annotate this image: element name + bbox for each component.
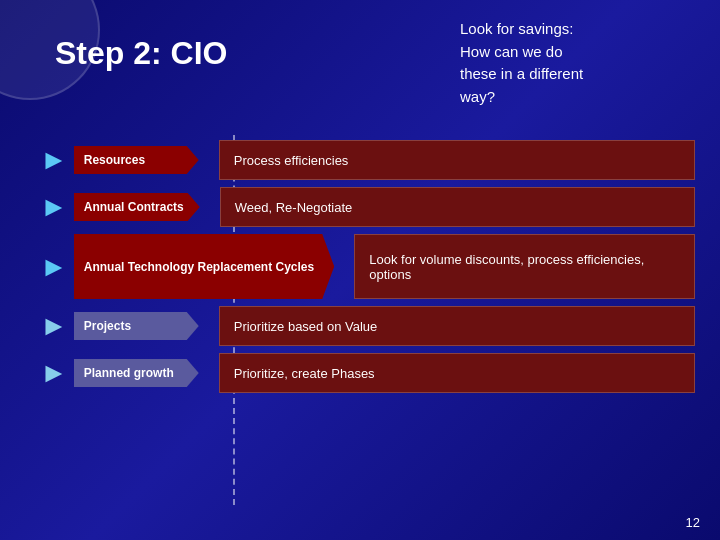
row-annual-tech: ► Annual Technology Replacement Cycles L… (40, 234, 695, 299)
value-annual-contracts: Weed, Re-Negotiate (220, 187, 695, 227)
row-resources: ► Resources Process efficiencies (40, 140, 695, 180)
row-projects: ► Projects Prioritize based on Value (40, 306, 695, 346)
look-for-savings-line3: these in a different (460, 65, 583, 82)
slide: Step 2: CIO Look for savings: How can we… (0, 0, 720, 540)
content-area: ► Resources Process efficiencies ► Annua… (40, 140, 695, 400)
row-planned-growth: ► Planned growth Prioritize, create Phas… (40, 353, 695, 393)
arrow-icon-planned-growth: ► (40, 359, 68, 387)
row-annual-contracts: ► Annual Contracts Weed, Re-Negotiate (40, 187, 695, 227)
page-number: 12 (686, 515, 700, 530)
look-for-savings-line1: Look for savings: (460, 20, 573, 37)
label-projects: Projects (74, 312, 199, 340)
label-resources: Resources (74, 146, 199, 174)
step-title: Step 2: CIO (55, 35, 227, 72)
label-annual-contracts: Annual Contracts (74, 193, 200, 221)
arrow-icon-resources: ► (40, 146, 68, 174)
value-annual-tech: Look for volume discounts, process effic… (354, 234, 695, 299)
label-annual-tech: Annual Technology Replacement Cycles (74, 234, 335, 299)
arrow-icon-annual-contracts: ► (40, 193, 68, 221)
value-planned-growth: Prioritize, create Phases (219, 353, 695, 393)
arrow-icon-annual-tech: ► (40, 234, 68, 299)
look-for-savings-text: Look for savings: How can we do these in… (460, 18, 690, 108)
value-projects: Prioritize based on Value (219, 306, 695, 346)
value-resources: Process efficiencies (219, 140, 695, 180)
look-for-savings-line4: way? (460, 88, 495, 105)
look-for-savings-line2: How can we do (460, 43, 563, 60)
arrow-icon-projects: ► (40, 312, 68, 340)
label-planned-growth: Planned growth (74, 359, 199, 387)
